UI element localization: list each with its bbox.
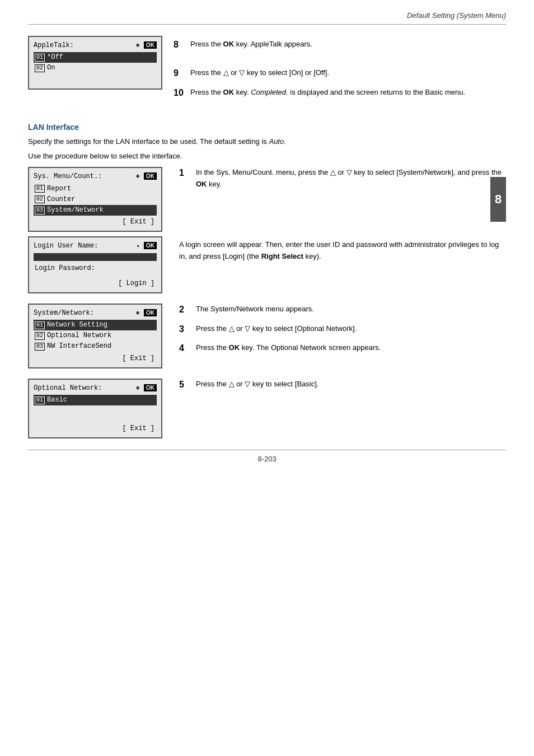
lan-s3-item1-text: Network Setting (47, 320, 107, 330)
step-1-row: 1 In the Sys. Menu/Count. menu, press th… (179, 167, 506, 190)
appletalk-item1-text: *Off (47, 52, 63, 63)
lan-heading: LAN Interface (28, 123, 506, 132)
lan-s2-exit: [ Login ] (34, 278, 157, 289)
appletalk-title: AppleTalk: (34, 40, 74, 51)
lan-s3-exit: [ Exit ] (34, 353, 157, 364)
lan-s3-item3-text: NW InterfaceSend (47, 341, 111, 352)
step-9-num: 9 (174, 67, 190, 79)
lan-screen1: Sys. Menu/Count.: ❖ OK 01 Report 02 Coun… (28, 167, 162, 232)
lan-s1-item1-num: 01 (35, 185, 45, 193)
appletalk-item2-text: On (47, 63, 55, 73)
step-8-content: Press the OK key. AppleTalk appears. (190, 39, 506, 50)
step-9-row: 9 Press the △ or ▽ key to select [On] or… (174, 67, 506, 79)
lan-s3-item3-num: 03 (35, 343, 45, 351)
step-10-italic: Completed. (251, 88, 288, 96)
lan-screen4: Optional Network: ❖ OK 01 Basic [ Exit ] (28, 379, 162, 439)
step-2-row: 2 The System/Network menu appears. (179, 304, 506, 315)
page-footer: 8-203 (28, 450, 506, 463)
step-2-num: 2 (179, 304, 196, 315)
lan-s1-item2-text: Counter (47, 194, 75, 205)
lan-s4-item1-num: 01 (35, 396, 45, 404)
lan-auto: Auto (269, 137, 284, 146)
lan-screen4-col: Optional Network: ❖ OK 01 Basic [ Exit ] (28, 379, 162, 439)
step-8-ok: OK (223, 40, 235, 48)
step-10-num: 10 (174, 87, 190, 99)
lan-s3-row2: 02 Optional Network (34, 330, 157, 341)
lan-screen2: Login User Name: ✦ OK Login Password: [ … (28, 236, 162, 293)
step-1b-content: A login screen will appear. Then, enter … (179, 239, 506, 263)
lan-s4-item1-fill (67, 395, 104, 405)
lan-step2-instructions: 2 The System/Network menu appears. 3 Pre… (179, 304, 506, 368)
lan-s3-ok: OK (144, 309, 157, 316)
appletalk-instructions: 8 Press the OK key. AppleTalk appears. 9… (174, 36, 506, 106)
lan-s2-ok: OK (144, 242, 157, 249)
lan-s2-title: Login User Name: (34, 241, 98, 251)
step-3-num: 3 (179, 323, 196, 335)
lan-s1-item1-text: Report (47, 184, 71, 194)
header-title: Default Setting (System Menu) (407, 11, 506, 20)
appletalk-section: AppleTalk: ❖ OK 01 *Off 02 On (28, 36, 506, 106)
lan-s1-row1: 01 Report (34, 184, 157, 194)
lan-screen3-col: System/Network: ❖ OK 01 Network Setting … (28, 304, 162, 368)
step-5-num: 5 (179, 379, 196, 390)
lan-s1-row2: 02 Counter (34, 194, 157, 205)
lan-s1-item2-num: 02 (35, 195, 45, 203)
step-1-content: In the Sys. Menu/Count. menu, press the … (196, 167, 506, 190)
appletalk-item2-num: 02 (35, 64, 45, 72)
lan-s2-row2: Login Password: (34, 263, 157, 274)
step-10-ok: OK (223, 88, 235, 96)
lan-step1b-text: A login screen will appear. Then, enter … (179, 236, 506, 293)
lan-s4-item1-text: Basic (47, 395, 67, 405)
appletalk-row2: 02 On (34, 63, 157, 73)
lan-s3-row3: 03 NW InterfaceSend (34, 341, 157, 352)
lan-s4-row1: 01 Basic (34, 395, 157, 405)
step-4-content: Press the OK key. The Optional Network s… (196, 342, 506, 354)
lan-s3-title: System/Network: (34, 308, 94, 319)
lan-s1-item3-num: 03 (35, 207, 45, 214)
step-4-num: 4 (179, 342, 196, 354)
side-number-badge: 8 (490, 177, 506, 222)
appletalk-row1: 01 *Off (34, 52, 157, 63)
lan-step1b-section: Login User Name: ✦ OK Login Password: [ … (28, 236, 506, 293)
lan-s3-item1-num: 01 (35, 321, 45, 329)
lan-s3-row1: 01 Network Setting (34, 320, 157, 330)
step-1-num: 1 (179, 167, 196, 190)
appletalk-screen-col: AppleTalk: ❖ OK 01 *Off 02 On (28, 36, 162, 106)
lan-screen3: System/Network: ❖ OK 01 Network Setting … (28, 304, 162, 368)
page-header: Default Setting (System Menu) (28, 11, 506, 25)
lan-step2-section: System/Network: ❖ OK 01 Network Setting … (28, 304, 506, 368)
step-9-content: Press the △ or ▽ key to select [On] or [… (190, 67, 506, 79)
lan-s3-item2-text: Optional Network (47, 330, 111, 341)
lan-s2-input-bar (34, 253, 157, 261)
appletalk-lcd: AppleTalk: ❖ OK 01 *Off 02 On (28, 36, 162, 90)
step-3-row: 3 Press the △ or ▽ key to select [Option… (179, 323, 506, 354)
lan-s4-exit: [ Exit ] (34, 423, 157, 434)
lan-s1-exit: [ Exit ] (34, 217, 157, 227)
lan-s4-ok: OK (144, 384, 157, 391)
step-5-content: Press the △ or ▽ key to select [Basic]. (196, 379, 506, 390)
appletalk-nav-icon: ❖ (136, 41, 140, 49)
lan-desc2: Use the procedure below to select the in… (28, 151, 506, 162)
step-3-content: Press the △ or ▽ key to select [Optional… (196, 323, 506, 335)
lan-s1-title: Sys. Menu/Count.: (34, 171, 102, 182)
lan-screen1-col: Sys. Menu/Count.: ❖ OK 01 Report 02 Coun… (28, 167, 162, 232)
step-10-row: 10 Press the OK key. Completed. is displ… (174, 87, 506, 99)
lan-s2-password-label: Login Password: (35, 263, 95, 274)
step-2-content: The System/Network menu appears. (196, 304, 506, 315)
lan-step4-section: Optional Network: ❖ OK 01 Basic [ Exit ] (28, 379, 506, 439)
lan-section: LAN Interface Specify the settings for t… (28, 123, 506, 161)
lan-s1-row3: 03 System/Network (34, 205, 157, 216)
lan-s1-item3-text: System/Network (47, 205, 104, 216)
lan-s3-item2-num: 02 (35, 332, 45, 340)
lan-s1-ok: OK (144, 172, 157, 180)
lan-s4-title: Optional Network: (34, 383, 102, 394)
step-5-row: 5 Press the △ or ▽ key to select [Basic]… (179, 379, 506, 390)
appletalk-ok-badge: OK (144, 41, 157, 49)
lan-screen2-col: Login User Name: ✦ OK Login Password: [ … (28, 236, 162, 293)
lan-s2-nav: ✦ (137, 243, 140, 249)
lan-step1-section: Sys. Menu/Count.: ❖ OK 01 Report 02 Coun… (28, 167, 506, 232)
lan-s4-nav: ❖ (136, 384, 140, 392)
lan-step1-instructions: 1 In the Sys. Menu/Count. menu, press th… (179, 167, 506, 232)
page-number: 8-203 (257, 455, 276, 463)
appletalk-item1-num: 01 (35, 54, 45, 62)
